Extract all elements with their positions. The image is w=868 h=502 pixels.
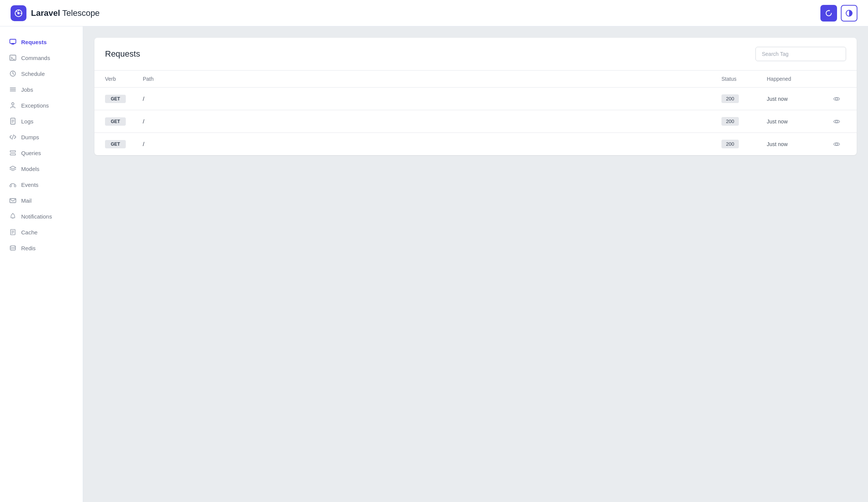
path-cell: / xyxy=(143,95,721,102)
table-row[interactable]: GET / 200 Just now xyxy=(94,110,857,133)
col-happened: Happened xyxy=(767,76,827,82)
sidebar-item-notifications[interactable]: Notifications xyxy=(0,208,83,224)
svg-line-20 xyxy=(12,135,14,139)
svg-rect-24 xyxy=(10,185,11,187)
sidebar-item-exceptions[interactable]: Exceptions xyxy=(0,97,83,113)
view-icon[interactable] xyxy=(827,118,846,125)
svg-point-14 xyxy=(12,103,14,105)
clock-icon xyxy=(9,70,17,77)
theme-toggle-button[interactable] xyxy=(841,5,857,22)
col-actions xyxy=(827,76,846,82)
svg-rect-22 xyxy=(10,154,15,155)
status-badge: 200 xyxy=(721,117,739,126)
svg-point-33 xyxy=(836,98,838,100)
col-path: Path xyxy=(143,76,721,82)
sidebar-item-dumps[interactable]: Dumps xyxy=(0,129,83,145)
happened-text: Just now xyxy=(767,119,788,125)
svg-rect-5 xyxy=(10,39,16,43)
monitor-icon xyxy=(9,38,17,46)
file-icon xyxy=(9,117,17,125)
col-status: Status xyxy=(721,76,767,82)
sidebar-label-commands: Commands xyxy=(21,55,50,61)
app-name: Laravel Telescope xyxy=(31,8,100,18)
bell-icon xyxy=(9,213,17,220)
sidebar: Requests Commands Schedule xyxy=(0,26,83,502)
path-cell: / xyxy=(143,141,721,148)
layout: Requests Commands Schedule xyxy=(0,26,868,502)
sidebar-label-queries: Queries xyxy=(21,150,41,156)
stack-icon xyxy=(9,244,17,252)
envelope-icon xyxy=(9,197,17,204)
rows-icon xyxy=(9,149,17,157)
verb-cell: GET xyxy=(105,140,143,148)
headphones-icon xyxy=(9,181,17,188)
happened-text: Just now xyxy=(767,141,788,147)
sidebar-label-schedule: Schedule xyxy=(21,71,45,77)
verb-badge: GET xyxy=(105,117,126,126)
happened-cell: Just now xyxy=(767,118,827,125)
happened-cell: Just now xyxy=(767,141,827,148)
path-text: / xyxy=(143,141,144,147)
svg-point-34 xyxy=(836,120,838,123)
main-content: Requests Verb Path Status Happened GET / xyxy=(83,26,868,502)
svg-rect-21 xyxy=(10,151,15,152)
verb-badge: GET xyxy=(105,95,126,103)
sidebar-item-commands[interactable]: Commands xyxy=(0,50,83,66)
list-icon xyxy=(9,86,17,93)
col-verb: Verb xyxy=(105,76,143,82)
verb-cell: GET xyxy=(105,117,143,126)
sidebar-item-logs[interactable]: Logs xyxy=(0,113,83,129)
sidebar-label-models: Models xyxy=(21,166,39,172)
svg-point-35 xyxy=(836,143,838,145)
sidebar-item-cache[interactable]: Cache xyxy=(0,224,83,240)
sidebar-label-notifications: Notifications xyxy=(21,213,52,220)
table-header: Verb Path Status Happened xyxy=(94,71,857,88)
svg-point-1 xyxy=(17,12,20,14)
status-badge: 200 xyxy=(721,140,739,148)
terminal-icon xyxy=(9,54,17,62)
happened-text: Just now xyxy=(767,96,788,102)
search-tag-input[interactable] xyxy=(755,47,846,61)
sidebar-item-models[interactable]: Models xyxy=(0,161,83,177)
sidebar-label-events: Events xyxy=(21,182,39,188)
sidebar-item-mail[interactable]: Mail xyxy=(0,192,83,208)
sidebar-item-schedule[interactable]: Schedule xyxy=(0,66,83,82)
sidebar-item-events[interactable]: Events xyxy=(0,177,83,192)
svg-rect-25 xyxy=(14,185,16,187)
header: Laravel Telescope xyxy=(0,0,868,26)
svg-point-32 xyxy=(10,246,15,248)
header-actions xyxy=(820,5,857,22)
doc-icon xyxy=(9,228,17,236)
sidebar-item-requests[interactable]: Requests xyxy=(0,34,83,50)
verb-cell: GET xyxy=(105,95,143,103)
view-icon[interactable] xyxy=(827,141,846,148)
happened-cell: Just now xyxy=(767,95,827,102)
sidebar-label-requests: Requests xyxy=(21,39,47,45)
page-title: Requests xyxy=(105,49,140,59)
sidebar-item-jobs[interactable]: Jobs xyxy=(0,82,83,97)
verb-badge: GET xyxy=(105,140,126,148)
path-text: / xyxy=(143,95,144,102)
path-cell: / xyxy=(143,118,721,125)
sidebar-label-jobs: Jobs xyxy=(21,86,33,93)
view-icon[interactable] xyxy=(827,95,846,102)
sidebar-item-redis[interactable]: Redis xyxy=(0,240,83,256)
person-icon xyxy=(9,102,17,109)
sidebar-label-logs: Logs xyxy=(21,118,34,125)
table-row[interactable]: GET / 200 Just now xyxy=(94,88,857,110)
path-text: / xyxy=(143,118,144,125)
card-header: Requests xyxy=(94,38,857,71)
code-icon xyxy=(9,133,17,141)
table-row[interactable]: GET / 200 Just now xyxy=(94,133,857,155)
svg-rect-26 xyxy=(10,199,16,203)
layers-icon xyxy=(9,165,17,172)
refresh-button[interactable] xyxy=(820,5,837,22)
sidebar-label-cache: Cache xyxy=(21,229,37,236)
sidebar-label-redis: Redis xyxy=(21,245,36,251)
sidebar-item-queries[interactable]: Queries xyxy=(0,145,83,161)
svg-marker-23 xyxy=(10,166,16,169)
requests-card: Requests Verb Path Status Happened GET / xyxy=(94,38,857,155)
logo-icon xyxy=(11,5,26,21)
status-cell: 200 xyxy=(721,94,767,103)
status-cell: 200 xyxy=(721,140,767,148)
